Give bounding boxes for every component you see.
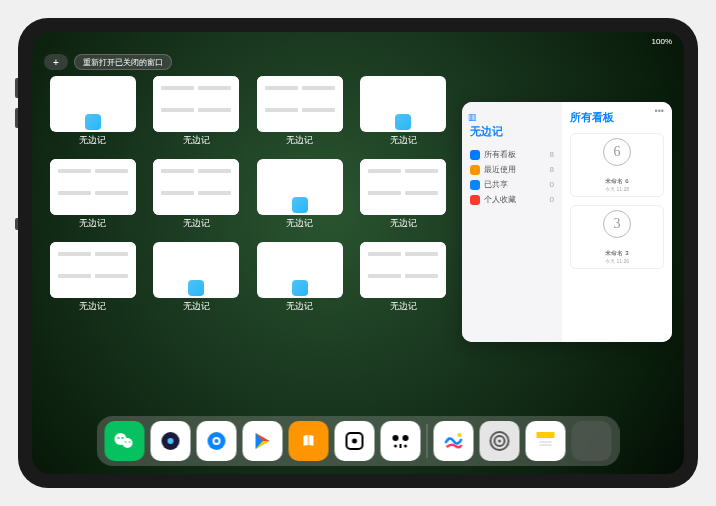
sidebar-item-count: 0 <box>550 180 554 189</box>
app-card-label: 无边记 <box>286 134 313 147</box>
svg-point-7 <box>168 438 174 444</box>
status-bar: 100% <box>32 32 684 50</box>
sidebar-item[interactable]: 已共享0 <box>468 177 556 192</box>
app-card-label: 无边记 <box>79 217 106 230</box>
dock-folder[interactable] <box>572 421 612 461</box>
app-card-label: 无边记 <box>79 300 106 313</box>
sidebar-item-count: 8 <box>550 165 554 174</box>
board-meta: 未命名 3今天 11:26 <box>605 249 629 264</box>
sidebar-item-icon <box>470 165 480 175</box>
app-card-label: 无边记 <box>390 217 417 230</box>
reopen-closed-window-button[interactable]: 重新打开已关闭的窗口 <box>74 54 172 70</box>
svg-point-20 <box>458 433 462 437</box>
svg-point-5 <box>129 441 131 443</box>
svg-point-10 <box>215 439 219 443</box>
app-thumbnail <box>50 242 136 298</box>
window-more-icon[interactable]: ••• <box>655 106 664 116</box>
app-switcher-card[interactable]: 无边记 <box>359 76 449 147</box>
sidebar-item-count: 0 <box>550 195 554 204</box>
svg-point-15 <box>393 435 399 441</box>
app-thumbnail <box>257 159 343 215</box>
ipad-device: 100% + 重新打开已关闭的窗口 无边记无边记无边记无边记无边记无边记无边记无… <box>18 18 698 488</box>
app-switcher-card[interactable]: 无边记 <box>48 242 138 313</box>
app-thumbnail <box>257 76 343 132</box>
svg-point-23 <box>498 440 501 443</box>
top-bar: + 重新打开已关闭的窗口 <box>44 54 172 70</box>
svg-point-2 <box>118 437 120 439</box>
sidebar-item[interactable]: 所有看板8 <box>468 147 556 162</box>
dock-app-freeform[interactable] <box>434 421 474 461</box>
dock-app-notes[interactable] <box>526 421 566 461</box>
app-switcher-card[interactable]: 无边记 <box>359 159 449 230</box>
dock-app-wechat[interactable] <box>105 421 145 461</box>
board-card[interactable]: 6 未命名 6今天 11:28 <box>570 133 664 197</box>
svg-point-3 <box>122 437 124 439</box>
app-thumbnail <box>50 159 136 215</box>
app-switcher-card[interactable]: 无边记 <box>255 159 345 230</box>
svg-point-4 <box>125 441 127 443</box>
app-switcher-card[interactable]: 无边记 <box>152 159 242 230</box>
svg-rect-19 <box>400 444 402 448</box>
sidebar-toggle-icon[interactable]: ▥ <box>468 112 478 122</box>
dock-app-play[interactable] <box>243 421 283 461</box>
app-card-label: 无边记 <box>390 134 417 147</box>
sidebar-item-icon <box>470 150 480 160</box>
app-switcher-grid: 无边记无边记无边记无边记无边记无边记无边记无边记无边记无边记无边记无边记 <box>48 76 448 313</box>
new-window-button[interactable]: + <box>44 54 68 70</box>
main-title: 所有看板 <box>570 110 664 125</box>
app-card-label: 无边记 <box>79 134 106 147</box>
app-switcher-card[interactable]: 无边记 <box>359 242 449 313</box>
app-switcher-card[interactable]: 无边记 <box>255 242 345 313</box>
svg-point-1 <box>123 438 133 448</box>
app-thumbnail <box>360 159 446 215</box>
app-switcher-card[interactable]: 无边记 <box>48 159 138 230</box>
sidebar-item-label: 已共享 <box>484 179 508 190</box>
sidebar-title: 无边记 <box>470 124 556 139</box>
app-card-label: 无边记 <box>286 300 313 313</box>
app-switcher-card[interactable]: 无边记 <box>152 242 242 313</box>
svg-rect-25 <box>537 438 555 450</box>
app-switcher-card[interactable]: 无边记 <box>255 76 345 147</box>
app-thumbnail <box>153 159 239 215</box>
sidebar-item-count: 8 <box>550 150 554 159</box>
dock-app-browser-dark[interactable] <box>151 421 191 461</box>
volume-button-2 <box>15 108 18 128</box>
app-thumbnail <box>360 76 446 132</box>
app-thumbnail <box>153 242 239 298</box>
app-switcher-card[interactable]: 无边记 <box>48 76 138 147</box>
svg-point-14 <box>352 439 357 444</box>
board-thumbnail: 6 <box>603 138 631 166</box>
freeform-main: 所有看板 6 未命名 6今天 11:283 未命名 3今天 11:26 <box>562 102 672 342</box>
dock-app-dice[interactable] <box>335 421 375 461</box>
app-thumbnail <box>153 76 239 132</box>
app-thumbnail <box>50 76 136 132</box>
svg-rect-24 <box>537 432 555 438</box>
dock <box>97 416 620 466</box>
volume-button <box>15 78 18 98</box>
sidebar-item[interactable]: 个人收藏0 <box>468 192 556 207</box>
sidebar-item-icon <box>470 180 480 190</box>
app-card-label: 无边记 <box>390 300 417 313</box>
board-card[interactable]: 3 未命名 3今天 11:26 <box>570 205 664 269</box>
sidebar-item-icon <box>470 195 480 205</box>
app-card-label: 无边记 <box>183 134 210 147</box>
sidebar-item[interactable]: 最近使用8 <box>468 162 556 177</box>
dock-app-browser-blue[interactable] <box>197 421 237 461</box>
app-card-label: 无边记 <box>183 300 210 313</box>
status-battery: 100% <box>652 37 672 46</box>
board-meta: 未命名 6今天 11:28 <box>605 177 629 192</box>
sidebar-item-label: 个人收藏 <box>484 194 516 205</box>
app-card-label: 无边记 <box>183 217 210 230</box>
app-card-label: 无边记 <box>286 217 313 230</box>
dock-separator <box>427 424 428 458</box>
freeform-window[interactable]: ••• ▥ 无边记 所有看板8最近使用8已共享0个人收藏0 所有看板 6 未命名… <box>462 102 672 342</box>
svg-point-17 <box>394 445 397 448</box>
side-button <box>15 218 18 230</box>
app-thumbnail <box>257 242 343 298</box>
svg-point-18 <box>404 445 407 448</box>
dock-app-settings[interactable] <box>480 421 520 461</box>
dock-app-books[interactable] <box>289 421 329 461</box>
app-thumbnail <box>360 242 446 298</box>
app-switcher-card[interactable]: 无边记 <box>152 76 242 147</box>
dock-app-camera-scan[interactable] <box>381 421 421 461</box>
